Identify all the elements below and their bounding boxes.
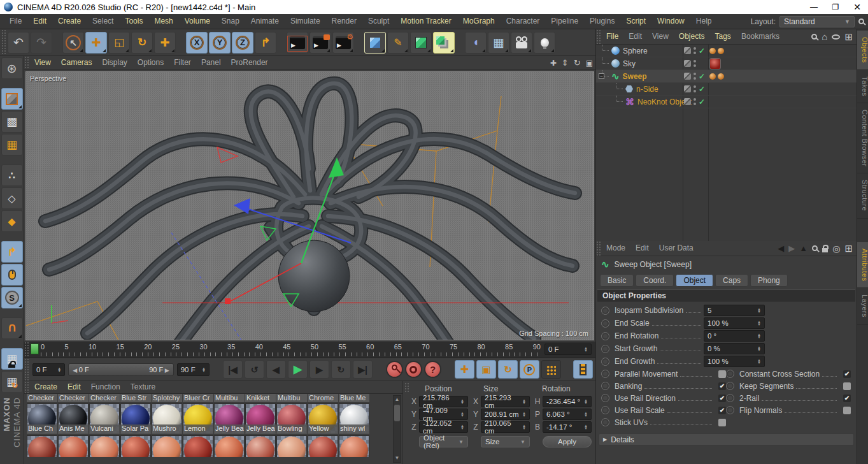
key-rotation-button[interactable] <box>498 360 518 379</box>
enable-axis-button[interactable] <box>1 241 23 263</box>
Objects[interactable]: Objects <box>674 29 710 44</box>
MoGraph[interactable]: MoGraph <box>457 14 501 29</box>
material-scrollbar[interactable]: ▲ ▼ <box>393 395 401 463</box>
Snap[interactable]: Snap <box>216 14 245 29</box>
material-label[interactable]: Lemon <box>183 424 213 434</box>
key-position-button[interactable] <box>455 360 474 379</box>
Caps[interactable]: Caps <box>715 274 748 287</box>
material-label[interactable]: Jelly Bea <box>214 424 245 434</box>
stepper-icon[interactable] <box>581 424 588 430</box>
home-icon[interactable] <box>822 31 827 42</box>
material-label[interactable]: Checker <box>89 394 120 402</box>
material-label[interactable]: Solar Pa <box>120 424 151 434</box>
material-item[interactable] <box>152 435 182 457</box>
layer-toggle[interactable] <box>684 47 691 54</box>
Character[interactable]: Character <box>501 14 546 29</box>
keyframe-dot-icon[interactable] <box>601 358 609 366</box>
Pipeline[interactable]: Pipeline <box>545 14 584 29</box>
close-button[interactable]: ✕ <box>846 0 868 14</box>
history-forward-icon[interactable] <box>788 243 795 253</box>
ProRender[interactable]: ProRender <box>226 56 273 69</box>
rotate-view-icon[interactable] <box>574 58 581 68</box>
Layers[interactable]: Layers <box>857 288 868 324</box>
material-item[interactable] <box>27 435 57 457</box>
field-input[interactable]: 100 % <box>704 356 765 367</box>
make-editable-button[interactable] <box>1 57 23 79</box>
material-item[interactable] <box>183 435 213 457</box>
Jelly Bea[interactable]: Jelly Bea <box>214 403 245 434</box>
redo-button[interactable] <box>31 32 52 54</box>
Anis Me[interactable]: Anis Me <box>58 403 89 434</box>
layer-toggle[interactable] <box>684 85 691 92</box>
eye-icon[interactable] <box>832 34 840 40</box>
object-manager-grip[interactable] <box>596 29 601 44</box>
visibility-dots[interactable] <box>694 60 696 62</box>
View[interactable]: View <box>29 56 56 69</box>
generators-sweep-button[interactable] <box>433 32 455 54</box>
material-label[interactable]: Blue Ch <box>27 424 57 434</box>
Yellow[interactable]: Yellow <box>308 403 338 434</box>
Render[interactable]: Render <box>326 14 362 29</box>
material-thumbnail[interactable] <box>276 435 307 457</box>
stepper-icon[interactable] <box>520 399 526 404</box>
coordinate-field[interactable]: -47.009 cm <box>419 409 468 420</box>
deformers-button[interactable] <box>465 32 487 54</box>
spline-pen-button[interactable] <box>387 32 409 54</box>
key-pla-button[interactable] <box>541 360 561 379</box>
File[interactable]: File <box>601 29 623 44</box>
keyframe-dot-icon[interactable] <box>726 394 734 402</box>
subdivision-surface-button[interactable] <box>410 32 432 54</box>
visibility-dots[interactable] <box>694 73 696 75</box>
Filter[interactable]: Filter <box>169 56 196 69</box>
material-label[interactable]: Vulcani <box>89 424 120 434</box>
material-thumbnail[interactable] <box>152 435 182 457</box>
material-item[interactable] <box>339 435 369 457</box>
Jelly Bea[interactable]: Jelly Bea <box>245 403 276 434</box>
material-thumbnail[interactable] <box>339 435 369 457</box>
viewport-canvas[interactable]: Perspective Grid Spacing : 100 cm <box>25 71 594 340</box>
next-frame-button[interactable]: ▶ <box>309 360 329 379</box>
Cameras[interactable]: Cameras <box>56 56 97 69</box>
tweak-mode-button[interactable] <box>1 264 23 286</box>
render-view-button[interactable] <box>287 32 308 54</box>
toolbar-grip[interactable] <box>1 29 6 55</box>
stepper-icon[interactable] <box>520 424 526 430</box>
coordinate-field[interactable]: -14.17 ° <box>543 421 592 433</box>
size-mode-select[interactable]: Size▼ <box>481 436 530 447</box>
Animate[interactable]: Animate <box>245 14 285 29</box>
enable-check-icon[interactable] <box>699 85 706 94</box>
coordinate-system-button[interactable] <box>255 32 276 54</box>
attribute-manager-grip[interactable] <box>596 241 601 256</box>
File[interactable]: File <box>4 14 27 29</box>
undo-button[interactable] <box>8 32 29 54</box>
render-settings-button[interactable] <box>332 32 354 54</box>
keyframe-dot-icon[interactable] <box>726 382 734 390</box>
Sphere[interactable]: Sphere <box>596 45 857 57</box>
light-button[interactable] <box>534 32 555 54</box>
Bookmarks[interactable]: Bookmarks <box>736 29 785 44</box>
visibility-dots[interactable] <box>694 98 696 101</box>
visibility-dots[interactable] <box>694 85 696 88</box>
snap-settings-button[interactable] <box>1 287 23 308</box>
object-name[interactable]: n-Side <box>636 85 658 94</box>
enable-check-icon[interactable] <box>699 98 706 106</box>
Display[interactable]: Display <box>97 56 132 69</box>
material-label[interactable]: Anis Me <box>58 424 89 434</box>
material-label[interactable]: Multibu <box>276 394 307 402</box>
material-label[interactable]: Blue Str <box>120 394 151 402</box>
Mushro[interactable]: Mushro <box>152 403 182 434</box>
Edit[interactable]: Edit <box>62 381 86 393</box>
lock-z-axis-button[interactable] <box>232 32 253 54</box>
material-label[interactable]: Bowling <box>276 424 307 434</box>
add-primitive-cube-button[interactable] <box>364 32 386 54</box>
scale-tool-button[interactable] <box>108 32 130 54</box>
focus-icon[interactable] <box>832 243 840 254</box>
material-label[interactable]: Splotchy <box>152 394 182 402</box>
key-scale-button[interactable] <box>476 360 496 379</box>
material-label[interactable]: Blue Me <box>339 394 369 402</box>
Select[interactable]: Select <box>87 14 119 29</box>
Texture[interactable]: Texture <box>125 381 160 393</box>
Sculpt[interactable]: Sculpt <box>362 14 395 29</box>
add-panel-icon[interactable] <box>844 243 853 254</box>
Solar Pa[interactable]: Solar Pa <box>120 403 151 434</box>
